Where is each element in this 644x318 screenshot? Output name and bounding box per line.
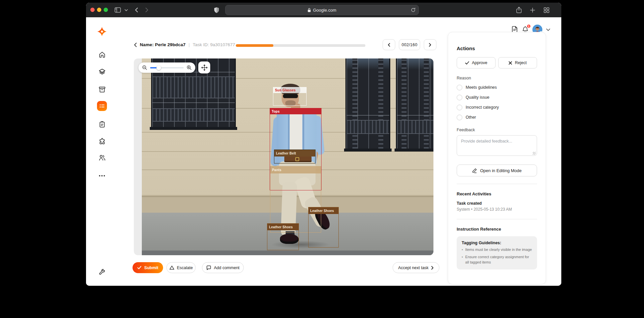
reason-option[interactable]: Incorrect category: [457, 104, 537, 110]
guideline-text: Ensure correct category assignment for a…: [465, 255, 532, 265]
task-id: Task ID: 9a30107677: [193, 42, 235, 47]
zoom-window-button[interactable]: [104, 8, 108, 12]
tab-overview-icon[interactable]: [544, 3, 549, 17]
reason-option-label: Quality issue: [466, 95, 490, 100]
reject-button[interactable]: Reject: [498, 57, 537, 68]
open-editing-mode-button[interactable]: Open in Editing Mode: [457, 164, 537, 176]
browser-chrome: Google.com: [86, 3, 561, 17]
actions-title: Actions: [457, 46, 537, 51]
annotation-label: Leather Belt: [274, 150, 315, 157]
reason-label: Reason: [457, 76, 537, 80]
x-icon: [508, 61, 512, 65]
feedback-textarea[interactable]: [457, 135, 537, 156]
comment-icon: [206, 265, 211, 270]
escalate-button[interactable]: Escalate: [166, 262, 196, 273]
radio-icon[interactable]: [457, 85, 462, 90]
annotation-label: Tops: [270, 108, 321, 114]
radio-icon[interactable]: [457, 95, 462, 100]
sidebar-item-home[interactable]: [97, 50, 107, 59]
reason-option-label: Meets guidelines: [466, 85, 497, 90]
guideline-item: • Ensure correct category assignment for…: [462, 255, 532, 265]
guidelines-card: Tagging Guidelines: • Items must be clea…: [457, 236, 537, 269]
reason-option[interactable]: Other: [457, 114, 537, 120]
close-window-button[interactable]: [90, 8, 95, 12]
forward-icon[interactable]: [145, 3, 149, 17]
task-progress-bar: [236, 44, 365, 47]
accept-next-task-button[interactable]: Accept next task: [393, 262, 439, 273]
chevron-right-icon: [431, 266, 434, 270]
zoom-in-icon[interactable]: [187, 65, 192, 70]
bullet-dot: •: [462, 255, 463, 265]
guidelines-title: Tagging Guidelines:: [462, 241, 532, 245]
activity-meta: System • 2025-05-13 10:23 AM: [457, 207, 537, 212]
annotation-box[interactable]: Leather Belt: [274, 150, 316, 163]
radio-icon[interactable]: [457, 115, 462, 120]
sidebar-item-settings-wrench[interactable]: [97, 267, 107, 277]
reason-option[interactable]: Quality issue: [457, 94, 537, 100]
submit-button[interactable]: Submit: [133, 262, 163, 273]
sidebar-item-tasks[interactable]: [97, 101, 107, 111]
sidebar-item-more[interactable]: [97, 171, 107, 181]
chevron-down-icon[interactable]: [125, 3, 128, 17]
annotation-label: Sun Glasses: [273, 87, 306, 93]
task-pager: 002/160: [383, 39, 436, 50]
privacy-shield-icon[interactable]: [214, 3, 219, 17]
account-chevron-down-icon[interactable]: [546, 28, 550, 31]
escalate-label: Escalate: [177, 265, 193, 270]
sidebar-toggle-icon[interactable]: [115, 3, 121, 17]
actions-panel: Actions Approve Reject Reason Meets guid…: [448, 32, 546, 284]
task-photo: Sun GlassesTopsLeather BeltPantsLeather …: [142, 58, 433, 255]
accept-next-label: Accept next task: [398, 265, 429, 270]
pan-tool-button[interactable]: [198, 61, 210, 73]
new-tab-icon[interactable]: [530, 3, 535, 17]
annotation-layer: Sun GlassesTopsLeather BeltPantsLeather …: [142, 58, 433, 255]
app-logo: [97, 27, 107, 37]
header-divider: |: [189, 42, 190, 47]
resize-grip-icon[interactable]: [533, 152, 536, 155]
approve-button[interactable]: Approve: [457, 57, 496, 68]
annotation-box[interactable]: Sun Glasses: [273, 87, 307, 106]
guideline-item: • Items must be clearly visible in the i…: [462, 247, 532, 253]
pencil-icon: [472, 168, 477, 173]
sidebar-item-users[interactable]: [97, 153, 107, 162]
reason-option[interactable]: Meets guidelines: [457, 84, 537, 90]
move-icon: [201, 64, 208, 71]
app-shell: 1 Name: Perle 29bdca7 | Task ID: 9a30107…: [86, 17, 561, 286]
check-icon: [465, 61, 469, 65]
back-icon[interactable]: [135, 3, 138, 17]
add-comment-button[interactable]: Add comment: [202, 262, 244, 273]
check-icon: [137, 266, 141, 269]
minimize-window-button[interactable]: [97, 8, 101, 12]
task-name: Name: Perle 29bdca7: [140, 42, 186, 47]
divider: [457, 219, 537, 219]
notification-count-badge: 1: [526, 24, 531, 29]
progress-fill: [236, 44, 273, 47]
sidebar-item-puzzle[interactable]: [97, 136, 107, 146]
sidebar-item-archive[interactable]: [97, 84, 107, 94]
back-chevron-icon[interactable]: [134, 43, 137, 47]
url-text: Google.com: [313, 8, 336, 13]
sidebar-item-clipboard[interactable]: [97, 119, 107, 129]
next-task-button[interactable]: [424, 39, 436, 50]
approve-label: Approve: [472, 60, 488, 65]
recent-activities-title: Recent Activities: [457, 191, 537, 196]
zoom-slider[interactable]: [150, 67, 184, 68]
radio-icon[interactable]: [457, 105, 462, 110]
activity-title: Task created: [457, 201, 537, 206]
prev-task-button[interactable]: [383, 39, 395, 50]
zoom-toolbar: [138, 62, 195, 73]
annotation-box[interactable]: Leather Shoes: [308, 207, 339, 248]
annotation-label: Leather Shoes: [267, 224, 299, 230]
add-comment-label: Add comment: [214, 265, 239, 270]
reload-icon[interactable]: [411, 7, 415, 13]
annotation-label: Pants: [270, 166, 321, 173]
zoom-out-icon[interactable]: [142, 65, 147, 70]
share-icon[interactable]: [516, 3, 522, 17]
bullet-dot: •: [462, 247, 463, 253]
annotation-box[interactable]: Leather Shoes: [267, 223, 299, 250]
task-counter: 002/160: [399, 39, 420, 50]
sidebar-item-layers[interactable]: [97, 67, 107, 77]
main-area: 1 Name: Perle 29bdca7 | Task ID: 9a30107…: [120, 17, 561, 286]
zoom-slider-thumb[interactable]: [156, 65, 161, 70]
url-bar[interactable]: Google.com: [225, 5, 419, 15]
